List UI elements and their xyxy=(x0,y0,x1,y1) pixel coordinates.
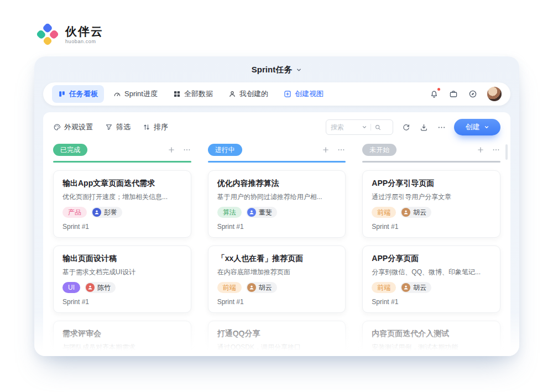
column-color-line xyxy=(208,161,346,163)
assignee-name: 彭誉 xyxy=(104,208,117,217)
column-tools xyxy=(167,145,191,154)
board-shell: Sprint任务 任务看板 Sprint进度 全部数据 我创建的 xyxy=(34,56,519,356)
tab-label: 全部数据 xyxy=(184,89,213,99)
tab-sprint-progress[interactable]: Sprint进度 xyxy=(107,85,164,103)
task-card[interactable]: APP分享引导页面 通过浮层引导用户分享文章 前端 胡云 Sprint #1 xyxy=(362,170,500,238)
assignee-avatar xyxy=(86,283,95,292)
compass-icon xyxy=(468,90,477,98)
card-desc: 通过QQSDK，调用分享接口 xyxy=(217,343,337,352)
workspace-button[interactable] xyxy=(448,89,458,99)
card-desc: 通过浮层引导用户分享文章 xyxy=(372,192,491,201)
category-tag: 前端 xyxy=(372,282,396,293)
card-desc: 基于用户的协同过滤推荐给用户相... xyxy=(217,192,337,201)
assignee-name: 胡云 xyxy=(413,208,426,217)
assignee-name: 胡云 xyxy=(259,283,272,292)
search-box xyxy=(326,119,393,135)
more-options-button[interactable] xyxy=(436,122,446,132)
tab-task-kanban[interactable]: 任务看板 xyxy=(52,85,104,103)
assignee-name: 陈竹 xyxy=(97,283,111,292)
brand-logo[interactable]: 伙伴云 huoban.com xyxy=(36,23,103,45)
plus-icon xyxy=(322,146,330,154)
notifications-button[interactable] xyxy=(429,89,439,99)
column-in-progress: 进行中 优化内容推荐算法 基于用户的协同过滤推荐给用户相... 算法 xyxy=(208,144,346,356)
brand-name: 伙伴云 xyxy=(65,25,103,38)
person-avatar-icon xyxy=(249,285,254,290)
task-card[interactable]: 优化内容推荐算法 基于用户的协同过滤推荐给用户相... 算法 董斐 Sprint… xyxy=(208,170,346,238)
assignee-name: 胡云 xyxy=(413,283,426,292)
column-tools xyxy=(476,145,500,154)
column-tools xyxy=(321,145,346,154)
briefcase-icon xyxy=(449,90,458,98)
card-title: 需求评审会 xyxy=(62,328,182,338)
column-header: 未开始 xyxy=(362,144,500,156)
assignee-avatar xyxy=(401,208,410,217)
grid-icon xyxy=(173,90,181,98)
add-card-button[interactable] xyxy=(476,145,485,154)
kanban-columns: 已完成 输出App文章页面迭代需求 优化页面打开速度；增加相关信息... 产品 xyxy=(53,144,500,356)
chevron-down-icon xyxy=(484,124,489,130)
column-status-badge: 进行中 xyxy=(208,144,242,156)
task-card[interactable]: 输出App文章页面迭代需求 优化页面打开速度；增加相关信息... 产品 彭誉 S… xyxy=(53,170,191,238)
task-card[interactable]: 「xx人也在看」推荐页面 在内容底部增加推荐页面 前端 胡云 Sprint #1 xyxy=(208,245,346,313)
task-card[interactable]: 内容页面迭代介入测试 安装测试用例，测试本期功能 测试 段炎 xyxy=(362,321,500,356)
tab-all-data[interactable]: 全部数据 xyxy=(167,85,219,103)
brand-domain: huoban.com xyxy=(65,39,103,44)
view-switcher[interactable]: Sprint任务 xyxy=(34,56,519,75)
tab-create-view[interactable]: 创建视图 xyxy=(278,85,330,103)
task-card[interactable]: 输出页面设计稿 基于需求文档完成UI设计 UI 陈竹 Sprint #1 xyxy=(53,245,191,313)
vertical-scrollbar[interactable] xyxy=(505,144,508,160)
task-card[interactable]: APP分享页面 分享到微信、QQ、微博、印象笔记... 前端 胡云 Sprint… xyxy=(362,245,500,313)
more-icon xyxy=(183,146,191,154)
create-button-label: 创建 xyxy=(466,122,480,132)
filter-label: 筛选 xyxy=(116,122,131,132)
user-avatar[interactable] xyxy=(487,87,502,101)
search-input[interactable] xyxy=(331,123,358,131)
chevron-down-icon xyxy=(296,67,302,73)
card-title: 输出App文章页面迭代需求 xyxy=(62,178,182,188)
column-todo: 未开始 APP分享引导页面 通过浮层引导用户分享文章 前端 xyxy=(362,144,500,356)
toolbar-left: 外观设置 筛选 排序 xyxy=(53,122,168,132)
chevron-down-icon[interactable] xyxy=(362,124,367,130)
explore-button[interactable] xyxy=(468,89,478,99)
toolbar-right: 创建 xyxy=(326,119,500,135)
refresh-button[interactable] xyxy=(401,122,411,132)
assignee-avatar xyxy=(401,283,410,292)
user-icon xyxy=(228,90,236,98)
add-card-button[interactable] xyxy=(167,145,176,154)
column-more-button[interactable] xyxy=(492,145,500,154)
card-title: APP分享引导页面 xyxy=(372,178,491,188)
sort-icon xyxy=(143,123,150,131)
bell-icon xyxy=(430,90,439,98)
tab-label: 我创建的 xyxy=(239,89,268,99)
card-title: 打通QQ分享 xyxy=(217,328,337,338)
card-title: 输出页面设计稿 xyxy=(62,253,182,263)
column-more-button[interactable] xyxy=(337,145,346,154)
card-sprint: Sprint #1 xyxy=(372,298,491,306)
create-button[interactable]: 创建 xyxy=(454,119,500,135)
card-meta: 产品 彭誉 xyxy=(62,207,182,218)
category-tag: 前端 xyxy=(217,282,242,293)
category-tag: 算法 xyxy=(217,207,242,218)
appearance-settings-button[interactable]: 外观设置 xyxy=(53,122,93,132)
board-toolbar: 外观设置 筛选 排序 xyxy=(53,119,500,135)
card-desc: 安装测试用例，测试本期功能 xyxy=(372,343,491,352)
card-sprint: Sprint #1 xyxy=(217,223,337,231)
search-icon[interactable] xyxy=(374,124,382,131)
column-more-button[interactable] xyxy=(182,145,191,154)
plus-icon xyxy=(477,146,484,154)
sort-button[interactable]: 排序 xyxy=(143,122,168,132)
task-card[interactable]: 打通QQ分享 通过QQSDK，调用分享接口 后端 吴康年 xyxy=(208,321,346,356)
add-card-button[interactable] xyxy=(321,145,330,154)
download-button[interactable] xyxy=(419,122,429,132)
tab-created-by-me[interactable]: 我创建的 xyxy=(222,85,274,103)
view-tabbar: 任务看板 Sprint进度 全部数据 我创建的 创建视图 xyxy=(43,82,510,106)
column-header: 进行中 xyxy=(208,144,346,156)
column-status-badge: 未开始 xyxy=(362,144,397,156)
filter-button[interactable]: 筛选 xyxy=(105,122,131,132)
task-card[interactable]: 需求评审会 与团队成员对齐本期需求 产品 彭誉 xyxy=(53,321,191,356)
tab-label: Sprint进度 xyxy=(124,89,158,99)
notification-dot xyxy=(437,88,440,91)
tab-label: 创建视图 xyxy=(295,89,324,99)
card-desc: 分享到微信、QQ、微博、印象笔记... xyxy=(372,268,491,276)
person-avatar-icon xyxy=(249,210,254,215)
